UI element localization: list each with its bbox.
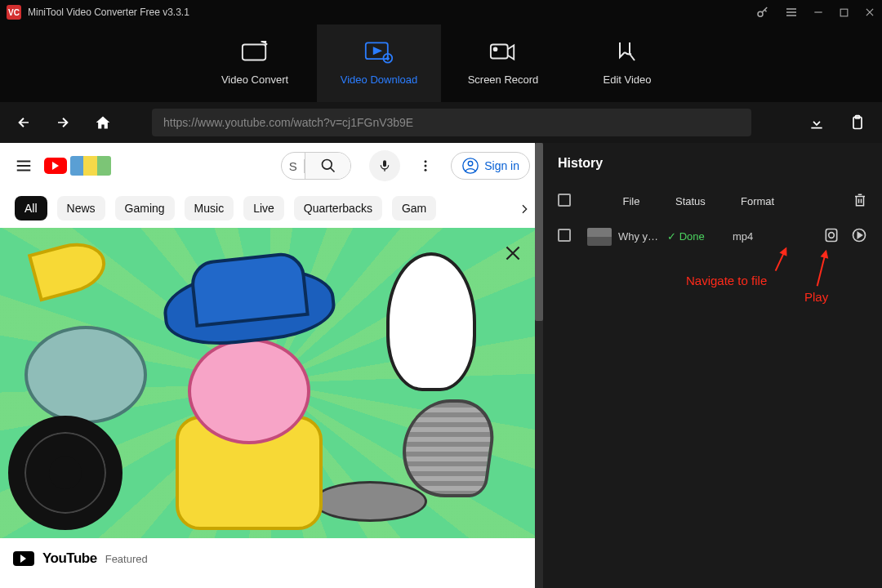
select-all-checkbox[interactable] <box>558 194 571 207</box>
chip-all[interactable]: All <box>15 196 47 220</box>
convert-icon <box>241 41 269 64</box>
play-icon[interactable] <box>851 227 867 246</box>
col-format: Format <box>741 195 806 207</box>
hero-banner: YouTube Featured <box>0 228 541 579</box>
chevron-right-icon[interactable] <box>512 197 537 221</box>
chip-live[interactable]: Live <box>243 196 284 220</box>
history-title: History <box>558 156 867 171</box>
nav-bar <box>0 102 882 143</box>
search-box[interactable]: S <box>281 152 351 180</box>
chip-news[interactable]: News <box>57 196 105 220</box>
menu-icon[interactable] <box>785 6 798 19</box>
svg-point-11 <box>425 160 427 163</box>
category-chips: All News Gaming Music Live Quarterbacks … <box>0 189 541 228</box>
tab-label: Screen Record <box>468 74 539 86</box>
tab-label: Video Convert <box>221 74 288 86</box>
home-button[interactable] <box>95 114 111 131</box>
featured-label: Featured <box>105 553 148 565</box>
arrow-annotation-icon <box>817 251 827 286</box>
youtube-small-icon <box>13 551 34 566</box>
clipboard-button[interactable] <box>849 114 866 131</box>
download-icon <box>364 41 394 64</box>
annotation-navigate: Navigate to file <box>686 274 767 287</box>
title-bar: VC MiniTool Video Converter Free v3.3.1 <box>0 0 882 24</box>
svg-rect-5 <box>491 45 508 59</box>
history-header-row: File Status Format <box>558 185 867 217</box>
maximize-icon[interactable] <box>839 7 849 18</box>
hero-artwork <box>0 228 541 538</box>
chip-gaming[interactable]: Gaming <box>115 196 175 220</box>
chip-quarterbacks[interactable]: Quarterbacks <box>294 196 382 220</box>
youtube-wordmark: YouTube <box>42 550 97 567</box>
svg-rect-10 <box>383 160 386 167</box>
app-icon: VC <box>7 5 21 20</box>
youtube-header: S Sign in <box>0 143 541 189</box>
url-input[interactable] <box>152 109 751 136</box>
status-badge: ✓ Done <box>667 230 733 243</box>
svg-point-13 <box>425 169 427 172</box>
hamburger-icon[interactable] <box>15 157 33 175</box>
svg-rect-2 <box>243 45 265 60</box>
mic-icon[interactable] <box>369 150 400 181</box>
close-icon[interactable] <box>502 243 523 267</box>
key-icon[interactable] <box>755 5 770 20</box>
annotation-play: Play <box>804 290 828 304</box>
tab-video-download[interactable]: Video Download <box>317 24 441 102</box>
chip-more[interactable]: Gam <box>392 196 436 220</box>
svg-point-0 <box>758 11 763 16</box>
svg-point-6 <box>494 47 497 51</box>
more-icon[interactable] <box>418 158 433 173</box>
minimize-icon[interactable] <box>813 7 824 18</box>
forward-button[interactable] <box>56 115 70 130</box>
close-icon[interactable] <box>864 7 875 18</box>
navigate-to-file-icon[interactable] <box>823 227 840 246</box>
sign-in-button[interactable]: Sign in <box>451 152 530 180</box>
history-panel: History File Status Format Why y… ✓ Done… <box>543 143 882 588</box>
tab-video-convert[interactable]: Video Convert <box>193 24 317 102</box>
svg-point-12 <box>425 165 427 167</box>
tab-screen-record[interactable]: Screen Record <box>441 24 565 102</box>
tab-label: Video Download <box>341 74 417 86</box>
search-icon[interactable] <box>305 153 350 179</box>
delete-icon[interactable] <box>853 192 867 211</box>
sign-in-label: Sign in <box>484 159 519 172</box>
svg-rect-1 <box>840 9 848 16</box>
scrollbar[interactable] <box>535 143 543 588</box>
svg-rect-16 <box>826 229 836 242</box>
record-icon <box>489 41 517 64</box>
tab-edit-video[interactable]: Edit Video <box>565 24 689 102</box>
svg-point-9 <box>322 160 332 170</box>
main-tabs: Video Convert Video Download Screen Reco… <box>0 24 882 102</box>
search-letter: S <box>282 159 305 173</box>
col-status: Status <box>675 195 741 207</box>
user-icon <box>461 157 479 175</box>
hero-footer: YouTube Featured <box>0 538 541 579</box>
youtube-logo[interactable] <box>44 156 111 176</box>
history-row[interactable]: Why y… ✓ Done mp4 <box>558 217 867 256</box>
svg-point-17 <box>829 233 835 238</box>
row-checkbox[interactable] <box>558 229 571 242</box>
main-area: S Sign in All News Gaming Music Live Qua… <box>0 143 882 588</box>
svg-point-15 <box>468 162 473 167</box>
download-button[interactable] <box>808 114 825 131</box>
col-file: File <box>587 195 675 207</box>
back-button[interactable] <box>16 115 31 130</box>
format-label: mp4 <box>733 230 790 243</box>
file-name: Why y… <box>618 230 667 243</box>
doodle-icon <box>70 156 111 176</box>
video-thumbnail <box>587 228 612 246</box>
tab-label: Edit Video <box>603 74 651 86</box>
browser-pane: S Sign in All News Gaming Music Live Qua… <box>0 143 543 588</box>
chip-music[interactable]: Music <box>185 196 234 220</box>
app-title: MiniTool Video Converter Free v3.3.1 <box>28 7 755 18</box>
edit-icon <box>615 41 639 64</box>
